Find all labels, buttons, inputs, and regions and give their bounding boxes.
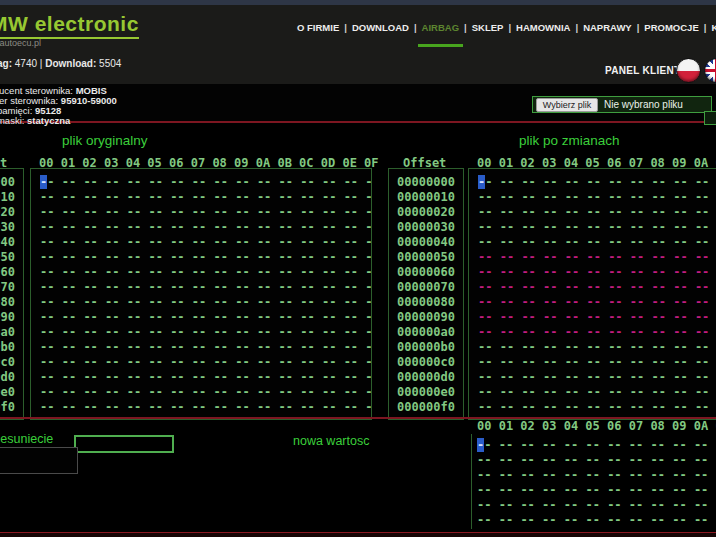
byte-cell[interactable]: -- <box>520 453 534 467</box>
byte-cell[interactable]: -- <box>585 438 599 452</box>
byte-cell[interactable]: -- <box>40 310 54 324</box>
byte-cell[interactable]: -- <box>673 190 687 204</box>
byte-cell[interactable]: -- <box>543 325 557 339</box>
byte-cell[interactable]: -- <box>500 190 514 204</box>
byte-cell[interactable]: -- <box>40 175 54 189</box>
byte-cell[interactable]: -- <box>365 385 372 399</box>
byte-cell[interactable]: -- <box>543 250 557 264</box>
byte-cell[interactable]: -- <box>608 190 622 204</box>
byte-cell[interactable]: -- <box>192 355 206 369</box>
byte-cell[interactable]: -- <box>499 483 513 497</box>
byte-cell[interactable]: -- <box>192 385 206 399</box>
byte-cell[interactable]: -- <box>127 325 141 339</box>
byte-cell[interactable]: -- <box>652 190 666 204</box>
byte-cell[interactable]: -- <box>170 280 184 294</box>
byte-cell[interactable]: -- <box>40 340 54 354</box>
byte-cell[interactable]: -- <box>127 370 141 384</box>
byte-cell[interactable]: -- <box>214 205 228 219</box>
byte-cell[interactable]: -- <box>630 175 644 189</box>
byte-cell[interactable]: -- <box>40 370 54 384</box>
file-submit-box[interactable] <box>704 111 716 125</box>
byte-cell[interactable]: -- <box>279 190 293 204</box>
byte-cell[interactable]: -- <box>62 400 76 414</box>
byte-cell[interactable]: -- <box>170 175 184 189</box>
byte-cell[interactable]: -- <box>630 295 644 309</box>
byte-cell[interactable]: -- <box>148 310 162 324</box>
byte-cell[interactable]: -- <box>300 355 314 369</box>
byte-cell[interactable]: -- <box>257 280 271 294</box>
byte-cell[interactable]: -- <box>629 438 643 452</box>
byte-cell[interactable]: -- <box>279 295 293 309</box>
byte-cell[interactable]: -- <box>279 250 293 264</box>
byte-cell[interactable]: -- <box>214 340 228 354</box>
secondary-input-box[interactable] <box>0 447 78 474</box>
byte-cell[interactable]: -- <box>500 220 514 234</box>
byte-cell[interactable]: -- <box>543 340 557 354</box>
byte-cell[interactable]: -- <box>694 498 708 512</box>
byte-cell[interactable]: -- <box>652 355 666 369</box>
nav-item-kontakt[interactable]: KONTAKT <box>711 22 716 33</box>
byte-cell[interactable]: -- <box>586 295 600 309</box>
byte-cell[interactable]: -- <box>170 190 184 204</box>
byte-cell[interactable]: -- <box>148 205 162 219</box>
byte-cell[interactable]: -- <box>40 190 54 204</box>
byte-cell[interactable]: -- <box>652 385 666 399</box>
byte-cell[interactable]: -- <box>630 250 644 264</box>
byte-cell[interactable]: -- <box>235 295 249 309</box>
byte-cell[interactable]: -- <box>148 400 162 414</box>
byte-cell[interactable]: -- <box>322 310 336 324</box>
byte-cell[interactable]: -- <box>478 400 492 414</box>
byte-cell[interactable]: -- <box>695 220 709 234</box>
byte-cell[interactable]: -- <box>673 250 687 264</box>
byte-cell[interactable]: -- <box>630 400 644 414</box>
byte-cell[interactable]: -- <box>40 400 54 414</box>
byte-cell[interactable]: -- <box>521 325 535 339</box>
byte-cell[interactable]: -- <box>520 438 534 452</box>
byte-cell[interactable]: -- <box>62 190 76 204</box>
byte-cell[interactable]: -- <box>235 400 249 414</box>
byte-cell[interactable]: -- <box>105 400 119 414</box>
byte-cell[interactable]: -- <box>630 220 644 234</box>
byte-cell[interactable]: -- <box>543 280 557 294</box>
byte-cell[interactable]: -- <box>214 400 228 414</box>
byte-cell[interactable]: -- <box>630 355 644 369</box>
byte-cell[interactable]: -- <box>300 340 314 354</box>
byte-cell[interactable]: -- <box>235 310 249 324</box>
byte-cell[interactable]: -- <box>565 400 579 414</box>
byte-cell[interactable]: -- <box>521 295 535 309</box>
byte-cell[interactable]: -- <box>478 175 492 189</box>
byte-cell[interactable]: -- <box>105 235 119 249</box>
byte-cell[interactable]: -- <box>673 400 687 414</box>
byte-cell[interactable]: -- <box>478 235 492 249</box>
byte-cell[interactable]: -- <box>694 438 708 452</box>
byte-cell[interactable]: -- <box>695 205 709 219</box>
byte-cell[interactable]: -- <box>365 175 372 189</box>
byte-cell[interactable]: -- <box>40 385 54 399</box>
byte-cell[interactable]: -- <box>630 310 644 324</box>
byte-cell[interactable]: -- <box>192 250 206 264</box>
byte-cell[interactable]: -- <box>62 310 76 324</box>
byte-cell[interactable]: -- <box>500 295 514 309</box>
byte-cell[interactable]: -- <box>344 370 358 384</box>
byte-cell[interactable]: -- <box>214 265 228 279</box>
byte-cell[interactable]: -- <box>344 235 358 249</box>
byte-cell[interactable]: -- <box>365 400 372 414</box>
byte-cell[interactable]: -- <box>300 190 314 204</box>
byte-cell[interactable]: -- <box>148 370 162 384</box>
byte-cell[interactable]: -- <box>62 355 76 369</box>
byte-cell[interactable]: -- <box>565 205 579 219</box>
byte-cell[interactable]: -- <box>344 295 358 309</box>
byte-cell[interactable]: -- <box>608 370 622 384</box>
byte-cell[interactable]: -- <box>564 483 578 497</box>
byte-cell[interactable]: -- <box>62 340 76 354</box>
byte-cell[interactable]: -- <box>365 325 372 339</box>
byte-cell[interactable]: -- <box>344 355 358 369</box>
byte-cell[interactable]: -- <box>695 400 709 414</box>
byte-cell[interactable]: -- <box>235 355 249 369</box>
byte-cell[interactable]: -- <box>652 235 666 249</box>
byte-cell[interactable]: -- <box>83 400 97 414</box>
byte-cell[interactable]: -- <box>235 205 249 219</box>
byte-cell[interactable]: -- <box>192 220 206 234</box>
byte-cell[interactable]: -- <box>279 340 293 354</box>
byte-cell[interactable]: -- <box>586 175 600 189</box>
